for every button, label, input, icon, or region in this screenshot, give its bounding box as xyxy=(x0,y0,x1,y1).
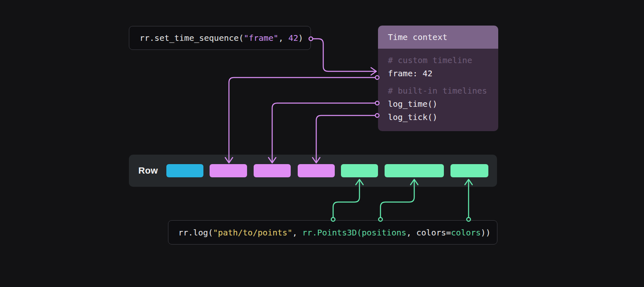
code-token-separator: , xyxy=(278,33,288,43)
code-token-constructor: rr.Points3D(positions xyxy=(302,228,406,238)
comment-builtin-timelines: # built-in timelines xyxy=(388,84,498,97)
code-token-string: "frame" xyxy=(244,33,278,43)
row-cell-4 xyxy=(298,164,335,177)
timeline-row-bar: Row xyxy=(129,155,497,187)
connector-wire xyxy=(313,39,375,71)
code-token-kwarg-name: colors= xyxy=(416,228,451,238)
time-context-header: Time context xyxy=(378,26,498,49)
frame-timeline-line: frame: 42 xyxy=(388,67,498,80)
code-token-kwarg-value: colors xyxy=(451,228,481,238)
arrowhead-right-icon xyxy=(371,68,376,75)
connector-wire xyxy=(229,78,375,162)
log-tick-line: log_tick() xyxy=(388,111,498,124)
row-cell-6 xyxy=(385,164,444,177)
row-label: Row xyxy=(138,155,158,187)
comment-custom-timeline: # custom timeline xyxy=(388,54,498,67)
code-token-close-parens: )) xyxy=(481,228,491,238)
connector-wire xyxy=(272,103,375,162)
code-token-close-paren: ) xyxy=(298,33,303,43)
time-context-panel: Time context # custom timeline frame: 42… xyxy=(378,26,498,131)
code-token-number: 42 xyxy=(288,33,298,43)
diagram-canvas: rr.set_time_sequence("frame", 42) Time c… xyxy=(0,0,644,287)
row-cell-1 xyxy=(166,164,203,177)
row-cell-7 xyxy=(450,164,488,177)
set-time-code-box: rr.set_time_sequence("frame", 42) xyxy=(129,26,311,50)
time-context-title: Time context xyxy=(388,32,448,42)
time-context-body: # custom timeline frame: 42 # built-in t… xyxy=(378,49,498,131)
code-token-function: rr.set_time_sequence( xyxy=(140,33,244,43)
row-cell-2 xyxy=(210,164,247,177)
code-token-separator: , xyxy=(292,228,302,238)
connector-frame-to-cell-2 xyxy=(225,76,379,163)
row-cell-5 xyxy=(341,164,378,177)
log-code-box: rr.log("path/to/points", rr.Points3D(pos… xyxy=(168,220,497,245)
connector-settime-to-frame xyxy=(309,37,377,75)
code-token-function: rr.log( xyxy=(178,228,213,238)
panel-group-gap xyxy=(388,80,498,84)
code-token-path-string: "path/to/points" xyxy=(213,228,292,238)
row-cell-3 xyxy=(254,164,291,177)
connector-logtime-to-cell-3 xyxy=(268,101,379,163)
code-token-separator: , xyxy=(406,228,416,238)
log-time-line: log_time() xyxy=(388,97,498,111)
